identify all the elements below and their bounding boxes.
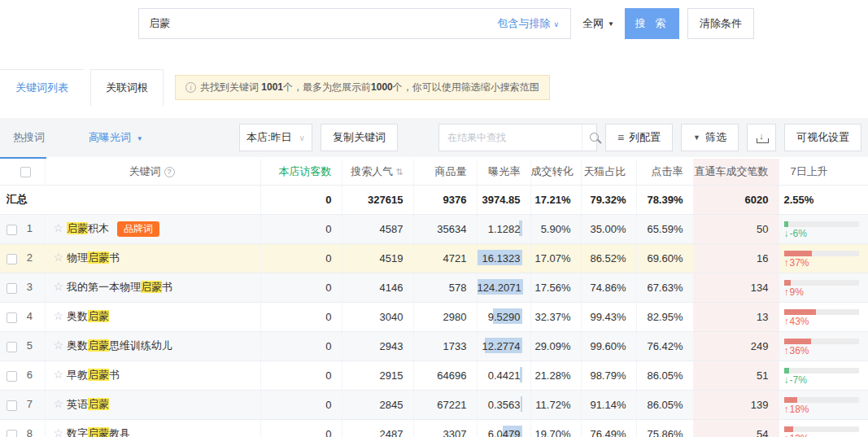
cell-conversion: 19.70% bbox=[530, 419, 581, 437]
cell-ztc: 139 bbox=[693, 390, 779, 419]
summary-popularity: 327615 bbox=[342, 185, 413, 214]
header-product-count[interactable]: 商品量 bbox=[413, 159, 477, 185]
keyword-highlight: 启蒙 bbox=[67, 222, 88, 234]
result-search-input[interactable] bbox=[439, 125, 582, 151]
header-store-visitors[interactable]: 本店访客数 bbox=[260, 159, 342, 185]
cell-7day-trend: ↑13% bbox=[779, 419, 868, 437]
keyword-text[interactable]: 物理启蒙书 bbox=[67, 251, 120, 264]
table-header-row: 关键词? 本店访客数 搜索人气⇅ 商品量 曝光率 成交转化 天猫占比 点击率 直… bbox=[0, 159, 868, 185]
row-checkbox[interactable] bbox=[7, 225, 17, 235]
filter-button[interactable]: ▼ 筛选 bbox=[681, 124, 739, 151]
star-icon[interactable]: ☆ bbox=[54, 339, 64, 352]
result-count-banner: i 共找到关键词 1001个，最多为您展示前1000个，你可以使用筛选缩小搜索范… bbox=[175, 75, 550, 100]
hot-search-words-tab[interactable]: 热搜词 bbox=[0, 130, 58, 145]
row-index: 6 bbox=[27, 369, 33, 381]
keyword-text[interactable]: 早教启蒙书 bbox=[67, 369, 120, 381]
cell-popularity: 4587 bbox=[342, 214, 413, 243]
star-icon[interactable]: ☆ bbox=[54, 397, 64, 410]
cell-popularity: 2943 bbox=[342, 331, 413, 361]
keyword-text[interactable]: 启蒙积木 bbox=[67, 222, 109, 234]
row-checkbox[interactable] bbox=[7, 312, 17, 323]
cell-popularity: 2487 bbox=[342, 419, 413, 437]
cell-7day-trend: ↑37% bbox=[779, 243, 868, 273]
caret-down-icon: ▼ bbox=[608, 20, 614, 28]
store-date-select[interactable]: 本店:昨日 ∨ bbox=[239, 124, 312, 151]
row-checkbox[interactable] bbox=[7, 342, 17, 352]
trend-arrow-icon: ↓ bbox=[784, 374, 789, 386]
table-row: 5 ☆奥数启蒙思维训练幼儿 0 2943 1733 12.2774 29.09%… bbox=[0, 331, 868, 361]
header-conversion[interactable]: 成交转化 bbox=[530, 159, 581, 185]
header-ztc-orders[interactable]: 直通车成交笔数 bbox=[693, 159, 779, 185]
header-7day-rise[interactable]: 7日上升 bbox=[779, 159, 868, 185]
toolbar-right-group: 本店:昨日 ∨ 复制关键词 ≡ 列配置 ▼ 筛选 ↓ 可视化设置 bbox=[239, 124, 861, 151]
cell-7day-trend: ↑36% bbox=[779, 331, 868, 361]
cell-tmall: 76.49% bbox=[581, 419, 636, 437]
header-ctr[interactable]: 点击率 bbox=[636, 159, 693, 185]
row-index: 4 bbox=[27, 310, 33, 322]
row-checkbox[interactable] bbox=[7, 371, 17, 382]
summary-visitors: 0 bbox=[260, 185, 342, 214]
keyword-text[interactable]: 英语启蒙 bbox=[67, 398, 109, 410]
tab-related-roots[interactable]: 关联词根 bbox=[90, 69, 164, 106]
row-checkbox[interactable] bbox=[7, 283, 17, 294]
cell-visitors: 0 bbox=[260, 302, 342, 331]
trend-bar-fill bbox=[784, 426, 794, 432]
help-icon[interactable]: ? bbox=[164, 167, 175, 177]
row-index: 2 bbox=[27, 251, 33, 264]
scope-dropdown[interactable]: 全网 ▼ bbox=[582, 8, 614, 39]
include-exclude-link[interactable]: 包含与排除∨ bbox=[497, 16, 570, 31]
row-index: 5 bbox=[27, 339, 33, 352]
header-tmall-share[interactable]: 天猫占比 bbox=[581, 159, 636, 185]
copy-keywords-button[interactable]: 复制关键词 bbox=[321, 124, 398, 151]
keyword-text[interactable]: 奥数启蒙思维训练幼儿 bbox=[67, 339, 172, 352]
high-exposure-label: 高曝光词 bbox=[89, 131, 131, 143]
summary-trend: 2.55% bbox=[779, 185, 868, 214]
search-icon[interactable] bbox=[582, 125, 596, 151]
trend-bar-track bbox=[784, 251, 859, 256]
cell-ztc: 13 bbox=[693, 302, 779, 331]
scope-label: 全网 bbox=[582, 16, 604, 31]
cell-products: 2980 bbox=[413, 302, 477, 331]
select-all-checkbox[interactable] bbox=[20, 167, 31, 177]
star-icon[interactable]: ☆ bbox=[54, 426, 64, 437]
download-button[interactable]: ↓ bbox=[747, 124, 776, 151]
table-row: 2 ☆物理启蒙书 0 4519 4721 16.1323 17.07% 86.5… bbox=[0, 243, 868, 273]
trend-bar-fill bbox=[784, 251, 812, 256]
column-config-button[interactable]: ≡ 列配置 bbox=[605, 124, 673, 151]
cell-7day-trend: ↓-6% bbox=[779, 214, 868, 243]
trend-bar-fill bbox=[784, 339, 811, 344]
table-row: 1 ☆启蒙积木品牌词 0 4587 35634 1.1282 5.90% 35.… bbox=[0, 214, 868, 243]
keyword-search-input[interactable] bbox=[139, 9, 497, 38]
high-exposure-dropdown[interactable]: 高曝光词 ▼ bbox=[89, 130, 143, 145]
header-search-popularity[interactable]: 搜索人气⇅ bbox=[342, 159, 413, 185]
column-config-label: 列配置 bbox=[629, 130, 661, 145]
row-checkbox[interactable] bbox=[7, 400, 17, 411]
star-icon[interactable]: ☆ bbox=[54, 251, 64, 264]
visual-settings-button[interactable]: 可视化设置 bbox=[784, 124, 861, 151]
star-icon[interactable]: ☆ bbox=[54, 309, 64, 322]
keyword-text[interactable]: 奥数启蒙 bbox=[67, 310, 109, 322]
cell-products: 35634 bbox=[413, 214, 477, 243]
keyword-text[interactable]: 数字启蒙教具 bbox=[67, 427, 130, 437]
keywords-table: 关键词? 本店访客数 搜索人气⇅ 商品量 曝光率 成交转化 天猫占比 点击率 直… bbox=[0, 159, 868, 437]
keyword-highlight: 启蒙 bbox=[141, 281, 162, 293]
header-keyword[interactable]: 关键词? bbox=[45, 159, 260, 185]
search-button[interactable]: 搜 索 bbox=[625, 8, 679, 39]
row-checkbox[interactable] bbox=[7, 254, 17, 264]
star-icon[interactable]: ☆ bbox=[54, 221, 64, 234]
cell-tmall: 91.14% bbox=[581, 390, 636, 419]
star-icon[interactable]: ☆ bbox=[54, 280, 64, 293]
row-checkbox[interactable] bbox=[7, 430, 17, 437]
sort-icon[interactable]: ⇅ bbox=[395, 167, 403, 177]
cell-visitors: 0 bbox=[260, 419, 342, 437]
cell-tmall: 74.86% bbox=[581, 273, 636, 302]
star-icon[interactable]: ☆ bbox=[54, 368, 64, 381]
tab-keyword-list[interactable]: 关键词列表 bbox=[0, 69, 84, 106]
cell-conversion: 29.09% bbox=[530, 331, 581, 361]
cell-ctr: 86.05% bbox=[636, 390, 693, 419]
trend-arrow-icon: ↑ bbox=[784, 433, 789, 437]
keyword-text[interactable]: 我的第一本物理启蒙书 bbox=[67, 281, 172, 293]
row-index: 1 bbox=[27, 222, 33, 234]
clear-conditions-button[interactable]: 清除条件 bbox=[687, 8, 754, 39]
header-exposure-rate[interactable]: 曝光率 bbox=[477, 159, 530, 185]
